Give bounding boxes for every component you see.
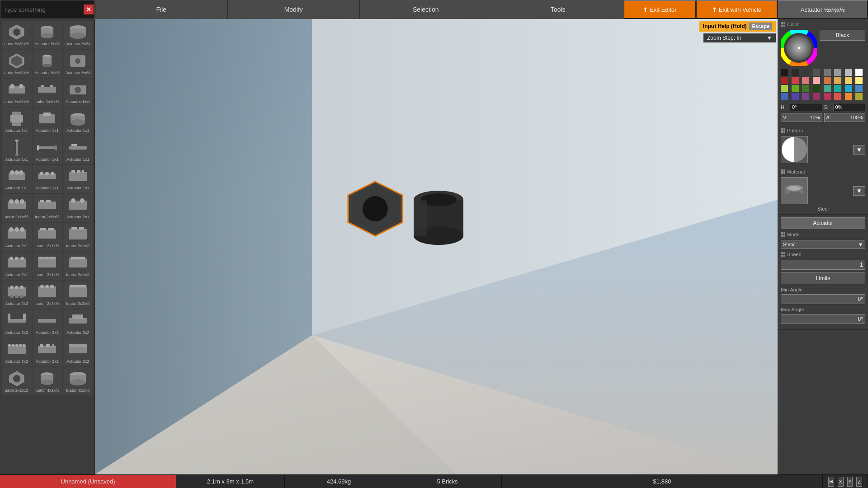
view-y-button[interactable]: Y <box>847 477 853 487</box>
color-swatch[interactable] <box>813 69 820 76</box>
brick-item[interactable]: uator 2x2x15 <box>2 367 32 395</box>
color-swatch[interactable] <box>813 85 820 92</box>
color-swatch[interactable] <box>802 93 809 100</box>
color-swatch[interactable] <box>824 69 831 76</box>
brick-item[interactable]: Actuator 1x1 <box>2 165 32 193</box>
brick-item[interactable]: tuator 4x1x½ <box>63 367 93 395</box>
brick-item[interactable]: Actuator 1x1 <box>63 108 93 136</box>
brick-item[interactable]: Actuator 2x1 <box>63 194 93 222</box>
brick-item[interactable]: Actuator 2x2 <box>33 310 62 338</box>
brick-item[interactable]: tuator 2x2x½ <box>63 281 93 309</box>
brick-item[interactable]: Actuator 2x1 <box>2 223 32 251</box>
color-swatch[interactable] <box>845 93 852 100</box>
search-clear-button[interactable]: ✕ <box>84 5 94 14</box>
view-z-button[interactable]: Z <box>856 477 862 487</box>
brick-item[interactable]: Actuator 2x2 <box>33 338 62 366</box>
color-swatch[interactable] <box>802 85 809 92</box>
color-swatch[interactable] <box>792 85 799 92</box>
actuator-title-button[interactable]: Actuator ½x½x½ <box>778 0 868 19</box>
color-swatch[interactable] <box>834 93 841 100</box>
color-swatch[interactable] <box>824 77 831 84</box>
brick-item[interactable]: Actuator ½x½ <box>33 21 62 49</box>
brick-item[interactable]: tuator 2x1x½ <box>63 252 93 280</box>
brick-item[interactable]: Actuator 2x2 <box>2 310 32 338</box>
a-field[interactable]: A: 100% <box>824 113 866 122</box>
color-swatch[interactable] <box>855 77 863 84</box>
brick-item[interactable]: Actuator 2x2 <box>63 338 93 366</box>
color-swatch[interactable] <box>781 77 788 84</box>
color-swatch[interactable] <box>855 85 863 92</box>
color-swatch[interactable] <box>781 69 788 76</box>
brick-item[interactable]: uator 2x½x½ <box>2 194 32 222</box>
color-swatch[interactable] <box>792 77 799 84</box>
color-name-button[interactable]: Black <box>820 30 865 41</box>
color-swatch[interactable] <box>834 77 841 84</box>
limits-button[interactable]: Limits <box>781 272 865 284</box>
brick-item[interactable]: Actuator ½x½ <box>63 21 93 49</box>
color-swatch[interactable] <box>834 69 841 76</box>
color-swatch[interactable] <box>845 69 852 76</box>
brick-item[interactable]: Actuator 2x1 <box>2 252 32 280</box>
brick-item[interactable]: tuator 4x1x½ <box>33 367 62 395</box>
brick-item[interactable]: tuator 2x½x½ <box>33 194 62 222</box>
view-x-button[interactable]: X <box>838 477 844 487</box>
material-preview[interactable] <box>781 177 808 204</box>
brick-item[interactable]: Actuator 1x1 <box>2 136 32 164</box>
mode-dropdown[interactable]: Static ▼ <box>781 240 865 249</box>
speed-input[interactable]: 1 <box>781 260 865 270</box>
color-swatch[interactable] <box>813 77 820 84</box>
view-grid-button[interactable]: ⊞ <box>828 477 834 487</box>
color-swatch[interactable] <box>781 85 788 92</box>
material-dropdown-button[interactable]: ▼ <box>853 186 865 196</box>
color-swatch[interactable] <box>792 93 799 100</box>
file-button[interactable]: File <box>95 0 227 19</box>
tools-button[interactable]: Tools <box>492 0 624 19</box>
exit-editor-button[interactable]: ⬆ Exit Editor <box>624 0 696 19</box>
color-swatch[interactable] <box>802 69 809 76</box>
color-swatch[interactable] <box>824 93 831 100</box>
brick-item[interactable]: Actuator 2x2 <box>63 310 93 338</box>
color-swatch[interactable] <box>792 69 799 76</box>
modify-button[interactable]: Modify <box>227 0 360 19</box>
brick-item[interactable]: tuator 2x1x½ <box>33 252 62 280</box>
brick-item[interactable]: Actuator 1x1 <box>63 136 93 164</box>
brick-item[interactable]: Actuator 1x1 <box>33 108 62 136</box>
brick-item[interactable]: Actuator 2x2 <box>2 338 32 366</box>
color-swatch[interactable] <box>845 77 852 84</box>
brick-item[interactable]: Actuator 1x½ <box>63 79 93 107</box>
brick-item[interactable]: uator 1x½x½ <box>33 79 62 107</box>
actuator-button[interactable]: Actuator <box>781 217 865 229</box>
exit-vehicle-button[interactable]: ⬆ Exit with Vehicle <box>696 0 778 19</box>
brick-item[interactable]: Actuator ½x½ <box>33 50 62 78</box>
pattern-preview[interactable] <box>781 136 808 163</box>
color-swatch[interactable] <box>845 85 852 92</box>
min-angle-input[interactable]: 0° <box>781 294 865 304</box>
color-swatch[interactable] <box>855 93 863 100</box>
brick-item[interactable]: uator ½x½x½ <box>2 21 32 49</box>
color-swatch[interactable] <box>802 77 809 84</box>
pattern-dropdown-button[interactable]: ▼ <box>853 145 865 155</box>
search-input[interactable] <box>0 5 94 15</box>
color-swatch[interactable] <box>813 93 820 100</box>
brick-item[interactable]: Actuator 1x1 <box>33 165 62 193</box>
brick-item[interactable]: Actuator 1x1 <box>33 136 62 164</box>
actuator-section: Actuator Mode Static ▼ Speed 1 Limits <box>778 215 868 330</box>
brick-item[interactable]: tuator 2x1x½ <box>33 223 62 251</box>
brick-item[interactable]: tuator 2x1x½ <box>63 223 93 251</box>
color-swatch[interactable] <box>834 85 841 92</box>
selection-button[interactable]: Selection <box>359 0 492 19</box>
brick-item[interactable]: Actuator 1x1 <box>2 108 32 136</box>
brick-item[interactable]: Actuator 2x2 <box>2 281 32 309</box>
brick-item[interactable]: Actuator 1x1 <box>63 165 93 193</box>
brick-item[interactable]: uator ½x½x½ <box>2 79 32 107</box>
brick-item[interactable]: Actuator ½x½ <box>63 50 93 78</box>
brick-item[interactable]: tuator 2x2x½ <box>33 281 62 309</box>
color-swatch[interactable] <box>781 93 788 100</box>
max-angle-input[interactable]: 0° <box>781 314 865 324</box>
color-swatch[interactable] <box>824 85 831 92</box>
brick-item[interactable]: uator ½x½x½ <box>2 50 32 78</box>
viewport[interactable]: Input Help (Hold) Escape Zoom Step: In ▼ <box>95 19 778 474</box>
color-swatch[interactable] <box>855 69 863 76</box>
color-wheel[interactable] <box>781 30 817 66</box>
v-field[interactable]: V: 10% <box>781 113 822 122</box>
